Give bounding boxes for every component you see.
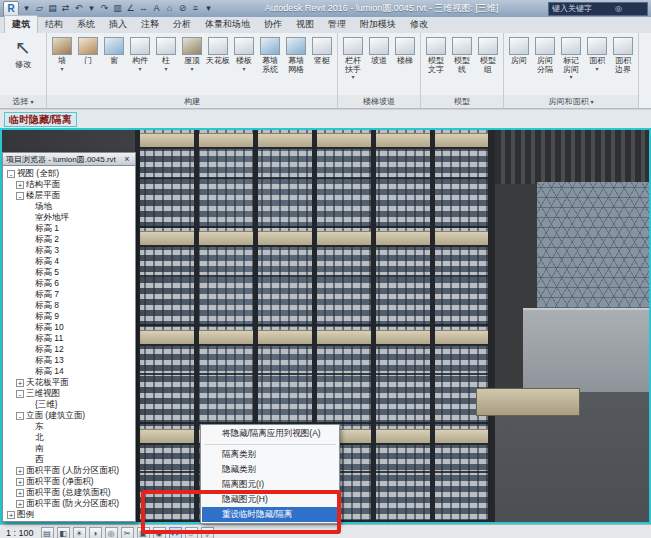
sun-path-icon[interactable]: ☀ [73, 527, 86, 538]
tree-item[interactable]: 标高 2 [3, 234, 135, 245]
tree-item[interactable]: 室外地坪 [3, 212, 135, 223]
tree-item[interactable]: +天花板平面 [3, 377, 135, 388]
area-button[interactable]: 面积▾ [584, 35, 610, 72]
tag-room-button[interactable]: 标记 房间▾ [558, 35, 584, 80]
ramp-button[interactable]: 坡道 [366, 35, 392, 66]
tree-item[interactable]: +结构平面 [3, 179, 135, 190]
tab-systems[interactable]: 系统 [70, 16, 102, 33]
tree-item[interactable]: 标高 9 [3, 311, 135, 322]
tab-analyze[interactable]: 分析 [166, 16, 198, 33]
print-icon[interactable]: ▥ [111, 2, 124, 15]
lock-view-icon[interactable]: ◉ [153, 527, 166, 538]
rendering-icon[interactable]: ◎ [105, 527, 118, 538]
app-menu-chevron-icon[interactable]: ▾ [20, 2, 33, 15]
menu-item-hide-category[interactable]: 隐藏类别 [202, 462, 338, 477]
undo-icon[interactable]: ↶ [72, 2, 85, 15]
tree-item[interactable]: 北 [3, 432, 135, 443]
expander-icon[interactable]: - [16, 390, 24, 398]
tree-item[interactable]: 场地 [3, 201, 135, 212]
component-button[interactable]: 构件▾ [127, 35, 153, 72]
panel-label-room-area[interactable]: 房间和面积▾ [504, 95, 638, 108]
tree-item[interactable]: 标高 7 [3, 289, 135, 300]
tree-item[interactable]: 标高 5 [3, 267, 135, 278]
reveal-hidden-elements-icon[interactable]: ☼ [185, 527, 198, 538]
expander-icon[interactable]: + [16, 500, 24, 508]
tree-item[interactable]: 南 [3, 443, 135, 454]
room-separator-button[interactable]: 房间 分隔 [532, 35, 558, 74]
tree-item[interactable]: 西 [3, 454, 135, 465]
tree-item[interactable]: 标高 14 [3, 366, 135, 377]
model-group-button[interactable]: 模型 组 [475, 35, 501, 74]
tree-item[interactable]: 标高 10 [3, 322, 135, 333]
room-button[interactable]: 房间 [506, 35, 532, 66]
thin-lines-icon[interactable]: ≡ [189, 2, 202, 15]
panel-label-select[interactable]: 选择▾ [0, 95, 46, 108]
text-icon[interactable]: A [150, 2, 163, 15]
default-3d-view-icon[interactable]: ⌂ [163, 2, 176, 15]
shadows-icon[interactable]: ◑ [89, 527, 102, 538]
temporary-hide-isolate-icon[interactable]: ◖◗ [169, 527, 182, 538]
railing-button[interactable]: 栏杆 扶手▾ [340, 35, 366, 80]
show-crop-region-icon[interactable]: ▣ [137, 527, 150, 538]
curtain-grid-button[interactable]: 幕墙 网格 [283, 35, 309, 74]
undo-chevron-icon[interactable]: ▾ [85, 2, 98, 15]
expander-icon[interactable]: + [16, 467, 24, 475]
floor-button[interactable]: 楼板▾ [231, 35, 257, 72]
tree-item[interactable]: {三维} [3, 399, 135, 410]
tab-addins[interactable]: 附加模块 [353, 16, 403, 33]
window-button[interactable]: 窗 [101, 35, 127, 66]
tree-item[interactable]: 标高 3 [3, 245, 135, 256]
open-icon[interactable]: ▱ [33, 2, 46, 15]
sync-icon[interactable]: ⇄ [59, 2, 72, 15]
crop-view-icon[interactable]: ✂ [121, 527, 134, 538]
search-icon[interactable]: ◎ [615, 4, 622, 13]
area-boundary-button[interactable]: 面积 边界 [610, 35, 636, 74]
tree-item[interactable]: -立面 (建筑立面) [3, 410, 135, 421]
expander-icon[interactable]: + [7, 511, 15, 519]
expander-icon[interactable]: + [16, 478, 24, 486]
tab-manage[interactable]: 管理 [321, 16, 353, 33]
modify-button[interactable]: ↖修改 [2, 35, 44, 70]
door-button[interactable]: 门 [75, 35, 101, 66]
tab-modify[interactable]: 修改 [403, 16, 435, 33]
search-input[interactable] [552, 4, 612, 13]
menu-item-isolate-element[interactable]: 隔离图元(I) [202, 477, 338, 492]
tree-item[interactable]: -视图 (全部) [3, 168, 135, 179]
redo-icon[interactable]: ↷ [98, 2, 111, 15]
mullion-button[interactable]: 竖梃 [309, 35, 335, 66]
tree-item[interactable]: 标高 13 [3, 355, 135, 366]
column-button[interactable]: 柱▾ [153, 35, 179, 72]
dimension-icon[interactable]: ↔ [137, 2, 150, 15]
tree-item[interactable]: 东 [3, 421, 135, 432]
tree-item[interactable]: 标高 12 [3, 344, 135, 355]
tab-view[interactable]: 视图 [289, 16, 321, 33]
tree-item[interactable]: +面积平面 (净面积) [3, 476, 135, 487]
wall-button[interactable]: 墙▾ [49, 35, 75, 72]
tree-item[interactable]: -三维视图 [3, 388, 135, 399]
project-browser-titlebar[interactable]: 项目浏览器 - lumion圆.0045.rvt × [2, 152, 136, 166]
tree-item[interactable]: 标高 4 [3, 256, 135, 267]
tab-structure[interactable]: 结构 [38, 16, 70, 33]
tree-item[interactable]: +面积平面 (总建筑面积) [3, 487, 135, 498]
close-icon[interactable]: × [122, 154, 132, 164]
tab-collaborate[interactable]: 协作 [257, 16, 289, 33]
expander-icon[interactable]: - [16, 192, 24, 200]
expander-icon[interactable]: + [16, 489, 24, 497]
save-icon[interactable]: ▤ [46, 2, 59, 15]
analytical-model-icon[interactable]: ▽ [201, 527, 214, 538]
tree-item[interactable]: +图例 [3, 509, 135, 520]
menu-item-reset-temp-hide-isolate[interactable]: 重设临时隐藏/隔离 [202, 507, 338, 522]
tab-architecture[interactable]: 建筑 [4, 15, 38, 33]
tree-item[interactable]: 标高 8 [3, 300, 135, 311]
tree-item[interactable]: +面积平面 (防火分区面积) [3, 498, 135, 509]
section-icon[interactable]: ⊘ [176, 2, 189, 15]
tree-item[interactable]: +面积平面 (人防分区面积) [3, 465, 135, 476]
tree-item[interactable]: 标高 1 [3, 223, 135, 234]
visual-style-icon[interactable]: ◧ [57, 527, 70, 538]
measure-icon[interactable]: ∠ [124, 2, 137, 15]
expander-icon[interactable]: - [16, 412, 24, 420]
tab-insert[interactable]: 插入 [102, 16, 134, 33]
stair-button[interactable]: 楼梯 [392, 35, 418, 66]
qat-chevron-icon[interactable]: ▾ [202, 2, 215, 15]
menu-item-apply-to-view[interactable]: 将隐藏/隔离应用到视图(A) [202, 426, 338, 441]
